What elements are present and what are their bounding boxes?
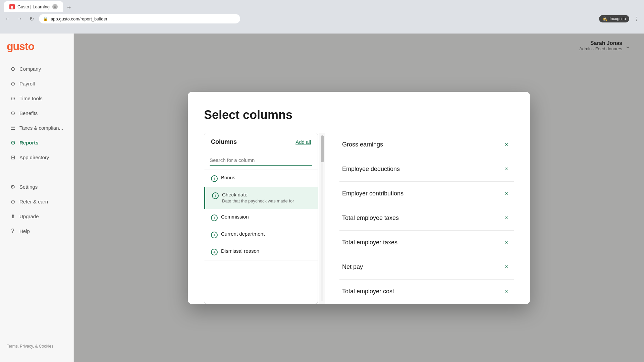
url-text: app.gusto.com/report_builder xyxy=(51,16,107,21)
forward-button[interactable]: → xyxy=(15,14,24,23)
sidebar-logo: gusto xyxy=(0,40,73,61)
sidebar-item-benefits[interactable]: ⊙ Benefits xyxy=(3,106,71,120)
selected-list: Gross earnings × Employee deductions × E… xyxy=(339,133,514,304)
remove-total-employer-cost-button[interactable]: × xyxy=(502,287,511,296)
gross-earnings-label: Gross earnings xyxy=(342,141,383,148)
total-employee-taxes-label: Total employee taxes xyxy=(342,215,399,222)
employee-deductions-label: Employee deductions xyxy=(342,166,400,173)
selected-item-net-pay: Net pay × xyxy=(339,255,514,280)
selected-item-employee-deductions: Employee deductions × xyxy=(339,157,514,182)
search-input[interactable] xyxy=(210,155,312,166)
time-tools-icon: ⊙ xyxy=(9,95,16,102)
column-item-check-date[interactable]: + Check date Date that the paycheck was … xyxy=(204,187,318,209)
remove-total-employee-taxes-button[interactable]: × xyxy=(502,214,511,223)
columns-panel-header: Columns Add all xyxy=(204,133,318,151)
check-date-label: Check date xyxy=(222,192,294,197)
column-item-commission[interactable]: + Commission xyxy=(204,209,318,226)
browser-chrome: g Gusto | Learning × + ← → ↻ 🔒 app.gusto… xyxy=(0,0,644,34)
help-icon: ? xyxy=(9,228,16,234)
check-date-add-icon[interactable]: + xyxy=(212,192,219,199)
sidebar-item-settings[interactable]: ⚙ Settings xyxy=(3,180,71,193)
terms-link[interactable]: Terms xyxy=(7,344,18,349)
add-all-button[interactable]: Add all xyxy=(296,139,311,145)
columns-panel-title: Columns xyxy=(211,138,237,145)
incognito-icon: 🕵️ xyxy=(602,16,607,21)
refer-earn-icon: ⊙ xyxy=(9,198,16,205)
sidebar-item-label-benefits: Benefits xyxy=(19,110,38,116)
upgrade-icon: ⬆ xyxy=(9,213,16,220)
commission-add-icon[interactable]: + xyxy=(211,215,218,221)
sidebar: gusto ⊙ Company ⊙ Payroll ⊙ Time tools ⊙… xyxy=(0,34,74,362)
total-employer-cost-label: Total employer cost xyxy=(342,288,394,295)
remove-gross-earnings-button[interactable]: × xyxy=(502,140,511,149)
dismissal-reason-add-icon[interactable]: + xyxy=(211,249,218,255)
sidebar-item-label-upgrade: Upgrade xyxy=(19,214,39,219)
privacy-link[interactable]: Privacy xyxy=(20,344,33,349)
panel-scroll-thumb[interactable] xyxy=(321,135,324,162)
remove-employee-deductions-button[interactable]: × xyxy=(502,165,511,174)
modal-overlay: Select columns Columns Add all xyxy=(74,34,644,362)
sidebar-item-app-directory[interactable]: ⊞ App directory xyxy=(3,150,71,164)
nav-bar: ← → ↻ 🔒 app.gusto.com/report_builder 🕵️ … xyxy=(0,12,644,25)
url-lock-icon: 🔒 xyxy=(43,16,48,21)
column-item-dismissal-reason[interactable]: + Dismissal reason xyxy=(204,243,318,260)
column-item-bonus[interactable]: + Bonus xyxy=(204,170,318,187)
sidebar-item-label-time-tools: Time tools xyxy=(19,96,43,101)
remove-net-pay-button[interactable]: × xyxy=(502,262,511,272)
total-employer-taxes-label: Total employer taxes xyxy=(342,239,397,246)
browser-menu-button[interactable]: ⋮ xyxy=(632,14,641,23)
url-bar[interactable]: 🔒 app.gusto.com/report_builder xyxy=(39,14,240,23)
sidebar-item-label-company: Company xyxy=(19,66,41,72)
sidebar-item-upgrade[interactable]: ⬆ Upgrade xyxy=(3,209,71,223)
bonus-add-icon[interactable]: + xyxy=(211,175,218,182)
current-department-add-icon[interactable]: + xyxy=(211,232,218,238)
selected-item-total-employer-cost: Total employer cost × xyxy=(339,280,514,304)
current-department-label: Current department xyxy=(221,231,265,237)
sidebar-footer: Terms, Privacy, & Cookies xyxy=(0,337,73,355)
app-directory-icon: ⊞ xyxy=(9,154,16,161)
selected-item-employer-contributions: Employer contributions × xyxy=(339,182,514,206)
sidebar-item-taxes[interactable]: ☰ Taxes & complian... xyxy=(3,121,71,134)
company-icon: ⊙ xyxy=(9,65,16,72)
tab-bar: g Gusto | Learning × + xyxy=(0,0,644,12)
modal-title: Select columns xyxy=(204,108,514,122)
payroll-icon: ⊙ xyxy=(9,80,16,87)
sidebar-item-label-app-directory: App directory xyxy=(19,155,49,160)
commission-label: Commission xyxy=(221,214,249,220)
main-content: Sarah Jonas Admin · Feed donares ⌄ Selec… xyxy=(74,34,644,362)
taxes-icon: ☰ xyxy=(9,124,16,131)
sidebar-item-label-taxes: Taxes & complian... xyxy=(19,125,63,131)
active-tab[interactable]: g Gusto | Learning × xyxy=(4,1,63,12)
select-columns-modal: Select columns Columns Add all xyxy=(188,92,530,304)
benefits-icon: ⊙ xyxy=(9,110,16,116)
columns-list: + Bonus + Check date Date that the paych… xyxy=(204,170,318,304)
sidebar-item-company[interactable]: ⊙ Company xyxy=(3,62,71,75)
remove-total-employer-taxes-button[interactable]: × xyxy=(502,238,511,247)
app-wrapper: gusto ⊙ Company ⊙ Payroll ⊙ Time tools ⊙… xyxy=(0,34,644,362)
new-tab-button[interactable]: + xyxy=(64,3,74,12)
remove-employer-contributions-button[interactable]: × xyxy=(502,189,511,198)
logo-text: gusto xyxy=(7,40,34,52)
sidebar-item-payroll[interactable]: ⊙ Payroll xyxy=(3,77,71,90)
commission-content: Commission xyxy=(221,214,249,220)
reload-button[interactable]: ↻ xyxy=(27,14,36,23)
selected-item-total-employee-taxes: Total employee taxes × xyxy=(339,206,514,231)
sidebar-item-refer-earn[interactable]: ⊙ Refer & earn xyxy=(3,195,71,208)
incognito-label: Incognito xyxy=(609,16,626,21)
tab-close-button[interactable]: × xyxy=(52,4,58,9)
panel-scroll-track xyxy=(321,135,323,301)
back-button[interactable]: ← xyxy=(3,14,12,23)
dismissal-reason-content: Dismissal reason xyxy=(221,248,259,254)
settings-icon: ⚙ xyxy=(9,183,16,190)
sidebar-item-help[interactable]: ? Help xyxy=(3,224,71,238)
sidebar-item-reports[interactable]: ⊙ Reports xyxy=(3,136,71,149)
sidebar-item-time-tools[interactable]: ⊙ Time tools xyxy=(3,92,71,105)
selected-item-gross-earnings: Gross earnings × xyxy=(339,133,514,157)
column-item-current-department[interactable]: + Current department xyxy=(204,226,318,243)
sidebar-item-label-settings: Settings xyxy=(19,184,38,190)
bonus-content: Bonus xyxy=(221,175,235,180)
incognito-indicator: 🕵️ Incognito xyxy=(599,15,629,22)
sidebar-item-label-refer-earn: Refer & earn xyxy=(19,199,48,204)
sidebar-item-label-payroll: Payroll xyxy=(19,81,35,86)
cookies-link[interactable]: Cookies xyxy=(39,344,53,349)
